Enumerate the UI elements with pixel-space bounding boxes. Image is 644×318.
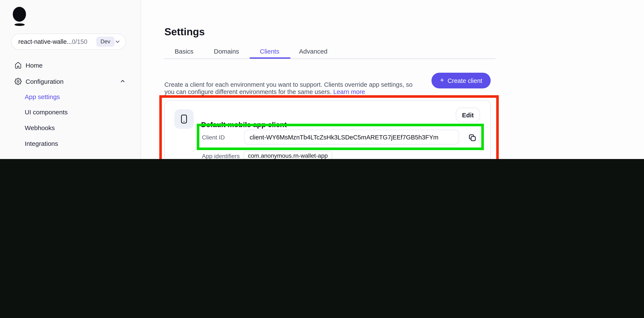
sidebar-item-label: App settings: [25, 93, 60, 100]
tabs-divider: [164, 58, 495, 59]
create-client-button[interactable]: + Create client: [432, 73, 491, 88]
copy-icon: [468, 134, 476, 142]
client-id-input[interactable]: [244, 130, 459, 145]
active-tab-underline: [250, 57, 290, 59]
phone-icon: [179, 114, 189, 124]
client-id-label: Client ID: [202, 134, 225, 141]
mobile-client-icon-box: [174, 109, 194, 129]
sidebar-item-webhooks[interactable]: Webhooks: [25, 123, 55, 133]
create-client-label: Create client: [448, 77, 482, 84]
copy-button[interactable]: [467, 133, 478, 143]
app-window: react-native-walle... 0/150 Dev Home Con…: [0, 0, 644, 159]
env-badge: Dev: [96, 36, 114, 47]
chevron-down-icon: [114, 39, 120, 45]
clients-description: Create a client for each environment you…: [164, 81, 412, 96]
tab-advanced[interactable]: Advanced: [299, 48, 327, 55]
sidebar: react-native-walle... 0/150 Dev Home Con…: [0, 0, 141, 159]
learn-more-link[interactable]: Learn more: [333, 89, 365, 95]
sidebar-item-home[interactable]: Home: [14, 60, 126, 70]
description-line2: you can configure different environments…: [164, 89, 332, 95]
privy-logo-egg: [13, 7, 26, 22]
project-selector[interactable]: react-native-walle... 0/150 Dev: [11, 34, 126, 50]
sidebar-item-configuration[interactable]: Configuration: [14, 76, 126, 86]
home-icon: [14, 61, 22, 69]
app-identifiers-label: App identifiers: [202, 153, 240, 159]
sidebar-item-label: Configuration: [26, 78, 64, 85]
sidebar-item-label: Webhooks: [25, 124, 55, 131]
edit-button[interactable]: Edit: [456, 108, 480, 123]
sidebar-item-app-settings[interactable]: App settings: [25, 91, 60, 102]
app-identifier-chip: com.anonymous.rn-wallet-app: [244, 151, 332, 159]
chevron-up-icon: [120, 78, 126, 84]
gear-icon: [14, 78, 22, 85]
sidebar-item-ui-components[interactable]: UI components: [25, 107, 68, 117]
page-title: Settings: [164, 26, 205, 38]
sidebar-item-integrations[interactable]: Integrations: [25, 138, 58, 148]
tab-clients[interactable]: Clients: [260, 48, 280, 55]
sidebar-item-label: Home: [26, 61, 42, 69]
sidebar-item-label: Integrations: [25, 140, 58, 147]
client-card-title: Default mobile app client: [201, 121, 287, 129]
project-count: 0/150: [72, 38, 87, 45]
tab-basics[interactable]: Basics: [175, 48, 193, 55]
screen: react-native-walle... 0/150 Dev Home Con…: [0, 0, 644, 159]
description-line1: Create a client for each environment you…: [164, 81, 412, 88]
plus-icon: +: [440, 76, 444, 85]
tab-domains[interactable]: Domains: [214, 48, 239, 55]
project-name: react-native-walle...: [18, 38, 72, 45]
privy-logo-base: [14, 23, 25, 26]
sidebar-item-label: UI components: [25, 108, 68, 115]
